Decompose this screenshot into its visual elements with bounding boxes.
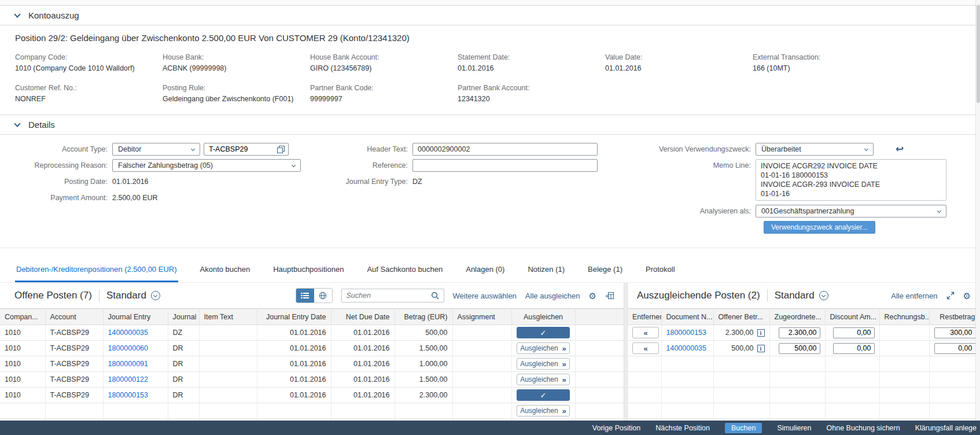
item-to-clear-row[interactable]: « 1400000035 500,00i bbox=[628, 341, 980, 356]
reprocessing-reason-select[interactable]: Falscher Zahlungsbetrag (05) bbox=[112, 159, 301, 172]
clear-toggle-button[interactable]: ✓ bbox=[517, 327, 570, 338]
simulate-button[interactable]: Simulieren bbox=[777, 424, 811, 432]
item-to-clear-row[interactable]: « 1800000153 2.300,00i bbox=[628, 325, 980, 341]
open-item-row-partial[interactable]: Ausgleichen» bbox=[0, 403, 624, 419]
remove-all-button[interactable]: Alle entfernen bbox=[891, 292, 937, 300]
account-type-label: Account Type: bbox=[21, 143, 108, 156]
settings-gear-icon[interactable]: ⚙ bbox=[589, 292, 596, 300]
post-button[interactable]: Buchen bbox=[725, 423, 762, 433]
export-spreadsheet-icon[interactable] bbox=[605, 292, 614, 300]
open-items-view-select[interactable]: Standard bbox=[106, 290, 160, 301]
collapse-chevron-icon bbox=[14, 11, 20, 17]
list-view-button[interactable] bbox=[296, 289, 314, 303]
open-items-title: Offene Posten (7) bbox=[14, 290, 92, 301]
version-select[interactable]: Überarbeitet bbox=[756, 143, 874, 156]
discount-amount-input[interactable] bbox=[833, 327, 875, 338]
section-title: Kontoauszug bbox=[28, 10, 79, 20]
globe-view-button[interactable] bbox=[314, 289, 332, 303]
journal-entry-link[interactable]: 1800000122 bbox=[108, 375, 149, 384]
analyze-memo-button[interactable]: Verwendungszweck analysier... bbox=[764, 221, 875, 234]
items-to-clear-table: Entfernen Document N... Offener Betr... … bbox=[628, 308, 980, 419]
clear-toggle-button[interactable]: ✓ bbox=[517, 389, 570, 401]
kontoauszug-section-header[interactable]: Kontoauszug bbox=[0, 6, 980, 25]
view-switch bbox=[296, 288, 333, 303]
search-field[interactable] bbox=[341, 289, 444, 303]
kontoauszug-body: Position 29/2: Geldeingang über Zwischen… bbox=[0, 25, 980, 115]
info-icon[interactable]: i bbox=[757, 345, 765, 352]
tab-notizen[interactable]: Notizen (1) bbox=[526, 256, 566, 282]
remove-item-button[interactable]: « bbox=[632, 327, 659, 338]
tab-belege[interactable]: Belege (1) bbox=[587, 256, 624, 282]
empty-row bbox=[628, 403, 980, 419]
tab-auf-sachkonto-buchen[interactable]: Auf Sachkonto buchen bbox=[366, 256, 444, 282]
undo-icon[interactable]: ↩ bbox=[896, 143, 904, 156]
document-number-link[interactable]: 1800000153 bbox=[666, 329, 707, 337]
field-posting-rule: Posting Rule: Geldeingang über Zwischenk… bbox=[163, 84, 310, 103]
open-item-row[interactable]: 1010 T-ACBSP29 1400000035 DZ 01.01.2016 … bbox=[0, 325, 624, 341]
panel-splitter[interactable] bbox=[624, 283, 628, 421]
analyze-as-select[interactable]: 001Geschäftspartnerzahlung bbox=[756, 205, 946, 218]
create-clarification-case-button[interactable]: Klärungsfall anlege bbox=[915, 424, 977, 432]
chevron-down-icon bbox=[191, 146, 195, 150]
clear-button[interactable]: Ausgleichen» bbox=[517, 342, 570, 354]
header-text-input[interactable] bbox=[412, 143, 598, 156]
settings-gear-icon[interactable]: ⚙ bbox=[963, 292, 971, 300]
tab-akonto-buchen[interactable]: Akonto buchen bbox=[199, 256, 252, 282]
journal-entry-link[interactable]: 1800000153 bbox=[108, 391, 149, 399]
reference-label: Reference: bbox=[344, 159, 408, 172]
clear-button[interactable]: Ausgleichen» bbox=[517, 374, 570, 385]
double-chevron-right-icon: » bbox=[562, 360, 566, 368]
double-chevron-right-icon: » bbox=[562, 375, 566, 384]
account-type-select[interactable]: Debitor bbox=[112, 143, 200, 156]
search-input[interactable] bbox=[347, 292, 431, 300]
house-bank-link[interactable]: ACBNK (99999998) bbox=[163, 64, 310, 72]
house-bank-account-link[interactable]: GIRO (123456789) bbox=[310, 64, 458, 72]
journal-entry-link[interactable]: 1800000060 bbox=[108, 344, 149, 352]
previous-position-button[interactable]: Vorige Position bbox=[592, 424, 640, 432]
page-scrollbar[interactable] bbox=[975, 0, 980, 421]
tab-protokoll[interactable]: Protokoll bbox=[644, 256, 676, 282]
clear-all-button[interactable]: Alle ausgleichen bbox=[525, 292, 580, 300]
select-more-button[interactable]: Weitere auswählen bbox=[453, 292, 517, 300]
account-id-field[interactable] bbox=[204, 143, 289, 156]
memo-line-label: Memo Line: bbox=[657, 159, 751, 172]
save-without-posting-button[interactable]: Ohne Buchung sichern bbox=[827, 424, 900, 432]
field-value-date: Value Date: 01.01.2016 bbox=[605, 53, 753, 72]
reference-input[interactable] bbox=[412, 159, 598, 172]
tab-debitoren-kreditorenpositionen[interactable]: Debitoren-/Kreditorenpositionen (2.500,0… bbox=[15, 256, 178, 282]
account-id-input[interactable] bbox=[209, 145, 277, 153]
tab-anlagen[interactable]: Anlagen (0) bbox=[465, 256, 506, 282]
remove-item-button[interactable]: « bbox=[632, 342, 659, 354]
clear-button[interactable]: Ausgleichen» bbox=[517, 405, 570, 416]
field-house-bank-account: House Bank Account: GIRO (123456789) bbox=[310, 53, 458, 72]
next-position-button[interactable]: Nächste Position bbox=[655, 424, 710, 432]
remaining-amount-input[interactable] bbox=[934, 343, 976, 354]
journal-entry-link[interactable]: 1800000091 bbox=[108, 360, 149, 368]
journal-entry-link[interactable]: 1400000035 bbox=[108, 329, 149, 337]
document-number-link[interactable]: 1400000035 bbox=[666, 344, 707, 352]
details-body: Account Type: Debitor Reprocessing bbox=[0, 135, 980, 248]
remaining-amount-input[interactable] bbox=[934, 327, 976, 338]
open-item-row[interactable]: 1010 T-ACBSP29 1800000153 DR 01.01.2016 … bbox=[0, 388, 624, 403]
clear-button[interactable]: Ausgleichen» bbox=[517, 358, 570, 370]
discount-amount-input[interactable] bbox=[833, 343, 875, 354]
value-help-icon[interactable] bbox=[277, 146, 285, 153]
details-section-header[interactable]: Details bbox=[0, 115, 980, 135]
assigned-amount-input[interactable] bbox=[779, 327, 820, 338]
check-icon: ✓ bbox=[540, 329, 547, 337]
info-icon[interactable]: i bbox=[757, 329, 765, 337]
memo-line-textarea[interactable]: INVOICE ACGR292 INVOICE DATE 01-01-16 18… bbox=[756, 159, 946, 201]
reprocess-bank-statement-app: Kontoauszug Position 29/2: Geldeingang ü… bbox=[0, 0, 980, 435]
assigned-amount-input[interactable] bbox=[779, 343, 820, 354]
expand-icon[interactable] bbox=[946, 292, 955, 300]
search-icon[interactable] bbox=[431, 292, 439, 300]
items-to-clear-view-select[interactable]: Standard bbox=[775, 290, 828, 301]
scrollbar-thumb[interactable] bbox=[977, 5, 980, 103]
open-item-row[interactable]: 1010 T-ACBSP29 1800000122 DR 01.01.2016 … bbox=[0, 372, 624, 388]
open-item-row[interactable]: 1010 T-ACBSP29 1800000091 DR 01.01.2016 … bbox=[0, 356, 624, 372]
empty-row bbox=[628, 372, 980, 388]
payment-amount-value: 2.500,00 EUR bbox=[112, 191, 158, 204]
tab-hauptbuchpositionen[interactable]: Hauptbuchpositionen bbox=[272, 256, 345, 282]
position-title: Position 29/2: Geldeingang über Zwischen… bbox=[15, 33, 965, 43]
open-item-row[interactable]: 1010 T-ACBSP29 1800000060 DR 01.01.2016 … bbox=[0, 341, 624, 356]
